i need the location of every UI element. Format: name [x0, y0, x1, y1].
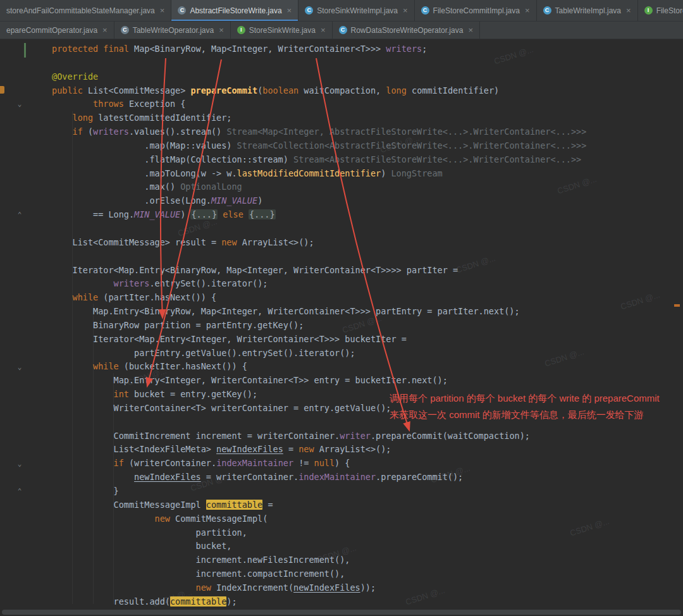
editor-tab[interactable]: CAbstractFileStoreWrite.java× [171, 0, 298, 21]
code-token: else [223, 209, 243, 219]
editor-tab[interactable]: epareCommitOperator.java× [0, 22, 114, 39]
code-token: public [52, 85, 88, 95]
code-token: CommitMessageImpl( [170, 514, 268, 524]
code-token: OptionalLong [180, 182, 242, 192]
tab-label: AbstractFileStoreWrite.java [190, 6, 281, 15]
editor-tab[interactable]: storeAndFailCommittableStateManager.java… [0, 0, 171, 21]
code-token: increment.compactIncrement(), [52, 569, 345, 579]
code-token: new [221, 237, 237, 247]
code-token: ArrayList<>(); [314, 444, 391, 454]
code-line: if (writerContainer.indexMaintainer != n… [52, 457, 674, 471]
interface-icon: I [237, 26, 245, 34]
tab-close-icon[interactable]: × [525, 6, 530, 15]
tab-close-icon[interactable]: × [468, 26, 473, 34]
editor-tab[interactable]: CFileStoreCommitImpl.java× [415, 0, 537, 21]
fold-chevron-icon[interactable]: ⌃ [15, 211, 24, 219]
tab-close-icon[interactable]: × [287, 6, 292, 15]
code-token: bucket = entry.getKey(); [129, 389, 257, 399]
code-token: .entrySet().iterator(); [149, 278, 268, 288]
code-line: CommitMessageImpl committable = [52, 498, 674, 512]
horizontal-scrollbar[interactable] [2, 610, 681, 615]
code-token: List<CommitMessage> [88, 85, 191, 95]
code-text: protected final Map<BinaryRow, Map<Integ… [0, 39, 674, 609]
code-line: BinaryRow partition = partEntry.getKey()… [52, 319, 674, 333]
code-token: ArrayList<>(); [237, 237, 314, 247]
tab-close-icon[interactable]: × [321, 26, 326, 34]
code-line: } [52, 484, 674, 498]
editor-tab[interactable]: CTableWriteOperator.java× [114, 22, 231, 39]
code-token: writers [93, 126, 129, 137]
code-token: = [283, 444, 298, 454]
code-token: ) [381, 168, 391, 178]
code-token: ) [180, 209, 190, 219]
code-token: throws [93, 99, 124, 109]
code-token: Iterator<Map.Entry<BinaryRow, Map<Intege… [52, 265, 458, 275]
fold-chevron-icon[interactable]: ⌄ [15, 100, 24, 108]
bookmark-marker [0, 86, 4, 94]
code-token: Map<BinaryRow, Map<Integer, WriterContai… [134, 44, 386, 54]
class-icon: C [305, 6, 313, 15]
tab-label: RowDataStoreWriteOperator.java [351, 26, 464, 35]
code-token: Iterator<Map.Entry<Integer, WriterContai… [52, 334, 407, 344]
code-token: {...} [190, 209, 218, 219]
tab-label: StoreSinkWriteImpl.java [317, 6, 398, 15]
code-token [243, 209, 249, 219]
code-token: latestCommittedIdentifier; [93, 113, 231, 123]
code-token: = [262, 500, 273, 510]
code-token: .orElse(Long. [52, 195, 211, 206]
tab-bar-row-2: epareCommitOperator.java×CTableWriteOper… [0, 22, 683, 39]
code-token [52, 278, 114, 288]
code-token [52, 361, 93, 371]
code-token: long [73, 113, 94, 123]
code-token: ) [257, 195, 262, 206]
code-token: lastModifiedCommitIdentifier [237, 168, 381, 178]
code-token: writers [114, 278, 150, 288]
abstract-class-icon: C [121, 26, 129, 34]
code-token: new [155, 514, 170, 524]
tab-close-icon[interactable]: × [626, 6, 631, 15]
code-token: ; [422, 44, 427, 54]
code-token: .prepareCommit(waitCompaction); [371, 431, 530, 441]
fold-chevron-icon[interactable]: ⌄ [15, 363, 24, 371]
editor-tab[interactable]: CTableWriteImpl.java× [537, 0, 638, 21]
code-line: protected final Map<BinaryRow, Map<Integ… [52, 42, 674, 56]
code-editor[interactable]: protected final Map<BinaryRow, Map<Integ… [0, 39, 683, 616]
code-token: Exception { [124, 99, 186, 109]
code-token: )); [360, 582, 376, 593]
code-token: .max() [52, 182, 180, 192]
tab-label: storeAndFailCommittableStateManager.java [6, 6, 155, 15]
code-token [52, 126, 73, 137]
code-line: new CommitMessageImpl( [52, 512, 674, 526]
code-token: new [298, 444, 314, 454]
code-token: if [73, 126, 83, 137]
code-token: (partIter.hasNext()) { [98, 292, 216, 302]
code-token: ) { [335, 458, 350, 468]
code-token: .mapToLong(w -> w. [52, 168, 237, 178]
code-token [52, 389, 114, 399]
code-token: new [196, 582, 211, 593]
code-line: .flatMap(Collection::stream) Stream<Abst… [52, 153, 674, 167]
code-token: IndexIncrement( [211, 582, 293, 593]
tab-close-icon[interactable]: × [102, 26, 108, 34]
code-line: List<CommitMessage> result = new ArrayLi… [52, 236, 674, 250]
editor-tab[interactable]: IFileStoreWrite.java× [638, 0, 683, 21]
code-token: MIN_VALUE [211, 195, 257, 206]
code-line: newIndexFiles = writerContainer.indexMai… [52, 471, 674, 484]
tab-close-icon[interactable]: × [160, 6, 165, 15]
fold-chevron-icon[interactable]: ⌃ [15, 487, 24, 495]
code-line: Iterator<Map.Entry<Integer, WriterContai… [52, 333, 674, 347]
editor-tab[interactable]: IStoreSinkWrite.java× [231, 22, 333, 39]
code-token: result.add( [52, 596, 170, 607]
code-token: == Long. [52, 209, 134, 219]
code-line: bucket, [52, 539, 674, 553]
editor-tab[interactable]: CRowDataStoreWriteOperator.java× [333, 22, 480, 39]
code-line: .max() OptionalLong [52, 180, 674, 194]
code-line: .orElse(Long.MIN_VALUE) [52, 194, 674, 208]
code-token: BinaryRow partition = partEntry.getKey()… [52, 320, 304, 330]
editor-tab[interactable]: CStoreSinkWriteImpl.java× [298, 0, 414, 21]
tab-close-icon[interactable]: × [219, 26, 224, 34]
tab-close-icon[interactable]: × [403, 6, 408, 15]
code-line: @Override [52, 70, 674, 84]
code-token: LongStream [391, 168, 442, 178]
fold-chevron-icon[interactable]: ⌄ [15, 460, 24, 468]
